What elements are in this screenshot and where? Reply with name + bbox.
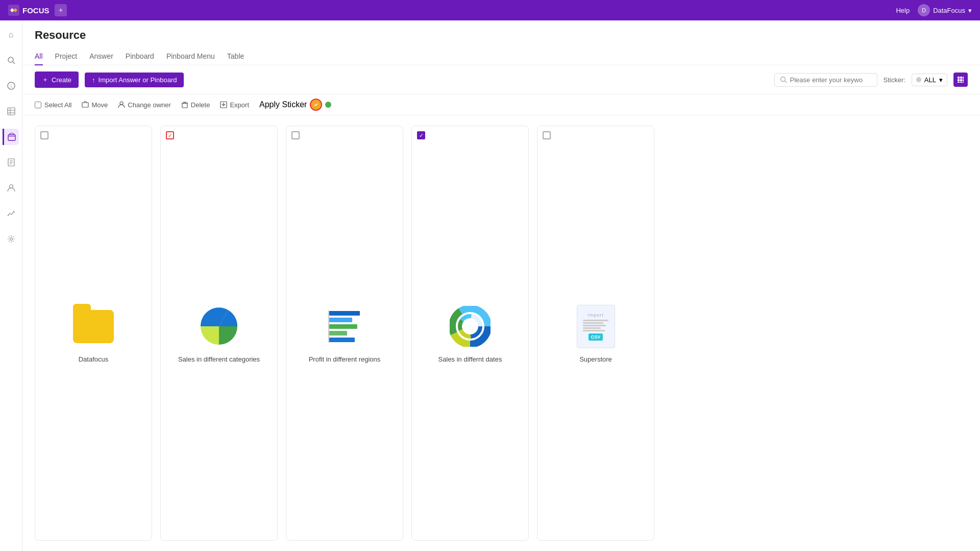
- chevron-down-icon: ▾: [939, 76, 943, 84]
- sidebar: ⌂ i: [0, 20, 22, 551]
- resource-card-sales-categories[interactable]: ✓ Sales in different categ: [160, 126, 278, 541]
- import-button[interactable]: ↑ Import Answer or Pinboard: [85, 73, 184, 87]
- card-thumbnail-superstore: Import CSV: [573, 303, 619, 349]
- grid-icon: [957, 76, 964, 83]
- svg-rect-25: [960, 82, 962, 83]
- delete-button[interactable]: Delete: [181, 101, 210, 109]
- change-owner-label: Change owner: [128, 101, 171, 109]
- card-checkbox-sales-categories[interactable]: ✓: [166, 131, 174, 139]
- sticker-label: Sticker:: [884, 76, 905, 84]
- svg-line-2: [13, 62, 15, 64]
- delete-icon: [181, 101, 188, 108]
- app-logo: FOCUS: [8, 5, 50, 16]
- svg-rect-5: [8, 108, 15, 115]
- import-icon: ↑: [92, 76, 95, 84]
- avatar: D: [918, 4, 930, 16]
- svg-point-1: [8, 57, 13, 62]
- tab-table[interactable]: Table: [227, 48, 244, 65]
- sidebar-item-resource[interactable]: [3, 129, 19, 145]
- sidebar-item-table[interactable]: [3, 103, 19, 119]
- resource-card-datafocus[interactable]: Datafocus: [35, 126, 152, 541]
- change-owner-icon: [118, 101, 125, 108]
- svg-point-16: [780, 77, 785, 82]
- card-thumbnail-profit-regions: [322, 303, 368, 349]
- svg-rect-27: [82, 103, 88, 107]
- search-input[interactable]: [790, 76, 872, 84]
- card-thumbnail-sales-categories: [196, 303, 242, 349]
- select-all-checkbox[interactable]: Select All: [35, 101, 71, 109]
- svg-rect-22: [960, 79, 962, 81]
- change-owner-button[interactable]: Change owner: [118, 101, 171, 109]
- card-checkbox-superstore[interactable]: [543, 131, 551, 139]
- tab-bar: All Project Answer Pinboard Pinboard Men…: [35, 48, 968, 65]
- select-all-input[interactable]: [35, 102, 41, 108]
- svg-rect-9: [8, 135, 15, 140]
- card-label-profit-regions: Profit in different regions: [309, 355, 381, 363]
- sticker-select[interactable]: ALL ▾: [912, 74, 947, 86]
- sidebar-item-search[interactable]: [3, 52, 19, 68]
- svg-rect-35: [329, 324, 357, 329]
- check-icon: ✓: [419, 132, 424, 139]
- card-label-datafocus: Datafocus: [79, 355, 109, 363]
- export-button[interactable]: Export: [220, 101, 249, 109]
- move-button[interactable]: Move: [82, 101, 108, 109]
- card-thumbnail-sales-dates: [447, 303, 493, 349]
- svg-rect-21: [958, 79, 960, 81]
- sticker-dot-icon: [916, 77, 921, 82]
- sticker-green-indicator: [325, 102, 331, 108]
- chevron-down-icon: ▾: [968, 7, 972, 14]
- export-icon: [220, 101, 227, 108]
- create-button[interactable]: ＋ Create: [35, 71, 79, 88]
- sidebar-item-info[interactable]: i: [3, 78, 19, 94]
- topbar-right: Help D DataFocus ▾: [896, 4, 972, 16]
- tab-pinboard-menu[interactable]: Pinboard Menu: [166, 48, 215, 65]
- svg-text:i: i: [11, 84, 12, 89]
- csv-badge: CSV: [589, 333, 603, 341]
- ring-chart-icon: [450, 306, 491, 347]
- sidebar-item-home[interactable]: ⌂: [3, 27, 19, 43]
- tab-answer[interactable]: Answer: [89, 48, 113, 65]
- resource-card-sales-dates[interactable]: ✓: [411, 126, 529, 541]
- toolbar: ＋ Create ↑ Import Answer or Pinboard Sti…: [22, 65, 980, 94]
- sidebar-item-analytics[interactable]: [3, 205, 19, 222]
- app-name: FOCUS: [22, 6, 50, 15]
- check-icon: ✓: [168, 132, 173, 139]
- tab-project[interactable]: Project: [55, 48, 78, 65]
- move-label: Move: [91, 101, 108, 109]
- card-checkbox-sales-dates[interactable]: ✓: [417, 131, 425, 139]
- sidebar-item-document[interactable]: [3, 154, 19, 171]
- card-label-sales-categories: Sales in different categories: [178, 355, 260, 363]
- tab-pinboard[interactable]: Pinboard: [126, 48, 154, 65]
- svg-line-17: [785, 81, 787, 83]
- user-menu[interactable]: D DataFocus ▾: [918, 4, 972, 16]
- main-layout: ⌂ i Resource All: [0, 20, 980, 551]
- check-icon: [313, 102, 318, 107]
- sidebar-item-user[interactable]: [3, 180, 19, 196]
- card-thumbnail-datafocus: [70, 303, 116, 349]
- sticker-orange-button[interactable]: [310, 99, 322, 111]
- svg-rect-36: [329, 331, 347, 336]
- card-checkbox-datafocus[interactable]: [40, 131, 48, 139]
- resource-card-profit-regions[interactable]: Profit in different regions: [286, 126, 403, 541]
- delete-label: Delete: [191, 101, 210, 109]
- tab-all[interactable]: All: [35, 48, 43, 65]
- folder-icon: [73, 310, 114, 343]
- action-bar: Select All Move Change owner Delete Expo…: [22, 94, 980, 115]
- sticker-value: ALL: [924, 76, 936, 84]
- svg-rect-37: [329, 338, 355, 342]
- apply-sticker-area: Apply Sticker: [259, 99, 331, 111]
- content-area: Resource All Project Answer Pinboard Pin…: [22, 20, 980, 551]
- svg-rect-18: [958, 77, 960, 79]
- add-button[interactable]: ＋: [55, 4, 67, 16]
- resource-card-superstore[interactable]: Import CSV Superstore: [537, 126, 654, 541]
- grid-toggle-button[interactable]: [953, 73, 968, 87]
- plus-icon: ＋: [42, 75, 48, 84]
- sidebar-item-settings[interactable]: [3, 231, 19, 247]
- bar-chart-icon: [322, 308, 368, 344]
- topbar: FOCUS ＋ Help D DataFocus ▾: [0, 0, 980, 20]
- help-link[interactable]: Help: [896, 7, 910, 14]
- pie-chart-icon: [199, 306, 239, 347]
- card-checkbox-profit-regions[interactable]: [291, 131, 300, 139]
- apply-sticker-label: Apply Sticker: [259, 100, 307, 109]
- svg-rect-20: [963, 77, 964, 79]
